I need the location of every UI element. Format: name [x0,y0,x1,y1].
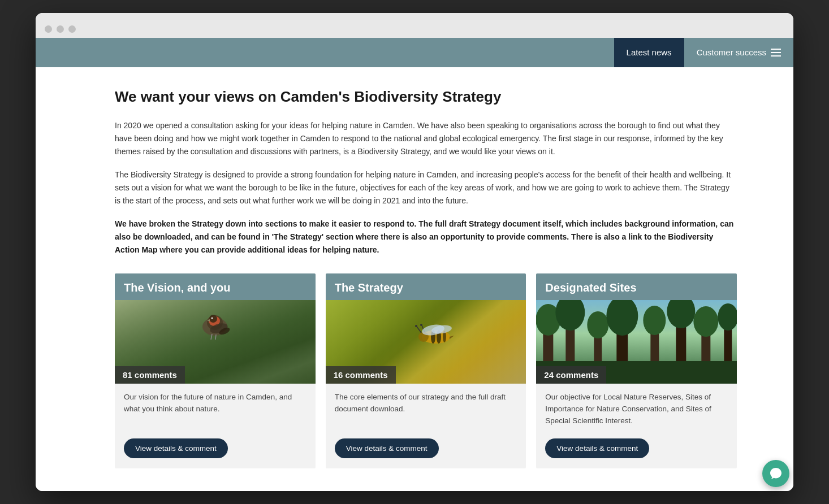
svg-point-3 [209,315,217,323]
card-designated-sites-image: 24 comments [536,300,737,384]
intro-paragraph-2: The Biodiversity Strategy is designed to… [115,168,737,207]
browser-dot-red [45,25,52,33]
bird-svg [189,303,240,348]
card-strategy-footer: View details & comment [326,433,526,468]
svg-line-9 [215,334,216,340]
card-vision-description: Our vision for the future of nature in C… [115,384,316,433]
card-vision-footer: View details & comment [115,433,316,468]
card-strategy: The Strategy [326,273,526,468]
browser-dot-green [68,25,76,33]
chat-icon [769,467,783,480]
card-strategy-description: The core elements of our strategy and th… [326,384,526,433]
card-designated-sites-header: Designated Sites [536,273,737,300]
browser-dot-yellow [57,25,64,33]
svg-point-4 [211,317,213,319]
card-designated-sites-description: Our objective for Local Nature Reserves,… [536,384,737,433]
intro-paragraph-3: We have broken the Strategy down into se… [115,218,737,257]
content-area: We want your views on Camden's Biodivers… [36,67,793,491]
svg-line-15 [417,327,421,333]
cards-row: The Vision, and you [115,273,737,468]
card-designated-sites-button[interactable]: View details & comment [545,438,649,458]
card-designated-sites-footer: View details & comment [536,433,737,468]
nav-item-latest-news[interactable]: Latest news [614,38,684,67]
card-vision-image: 81 comments [115,300,316,384]
page-title: We want your views on Camden's Biodivers… [115,88,737,107]
nav-item-customer-success[interactable]: Customer success [684,38,793,67]
card-strategy-header: The Strategy [326,273,526,300]
svg-marker-21 [450,336,454,339]
svg-point-16 [415,325,417,327]
chat-bubble[interactable] [762,460,789,487]
svg-point-18 [420,324,422,326]
browser-window: Latest news Customer success We want you… [36,13,793,491]
svg-point-32 [644,306,666,335]
card-strategy-button[interactable]: View details & comment [335,438,439,458]
card-vision-header: The Vision, and you [115,273,316,300]
nav-label-latest-news: Latest news [627,47,672,57]
nav-bar: Latest news Customer success [36,38,793,67]
nav-label-customer-success: Customer success [697,47,766,57]
svg-point-36 [694,306,719,337]
card-designated-sites-comments: 24 comments [536,366,606,384]
card-vision: The Vision, and you [115,273,316,468]
svg-point-28 [588,311,609,338]
card-designated-sites: Designated Sites [536,273,737,468]
bee-svg [402,314,470,354]
browser-chrome [36,13,793,38]
hamburger-icon [771,49,781,57]
intro-paragraph-1: In 2020 we opened a consultation asking … [115,119,737,158]
card-strategy-comments: 16 comments [326,366,396,384]
card-vision-comments: 81 comments [115,366,185,384]
card-strategy-image: 16 comments [326,300,526,384]
card-vision-button[interactable]: View details & comment [124,438,228,458]
